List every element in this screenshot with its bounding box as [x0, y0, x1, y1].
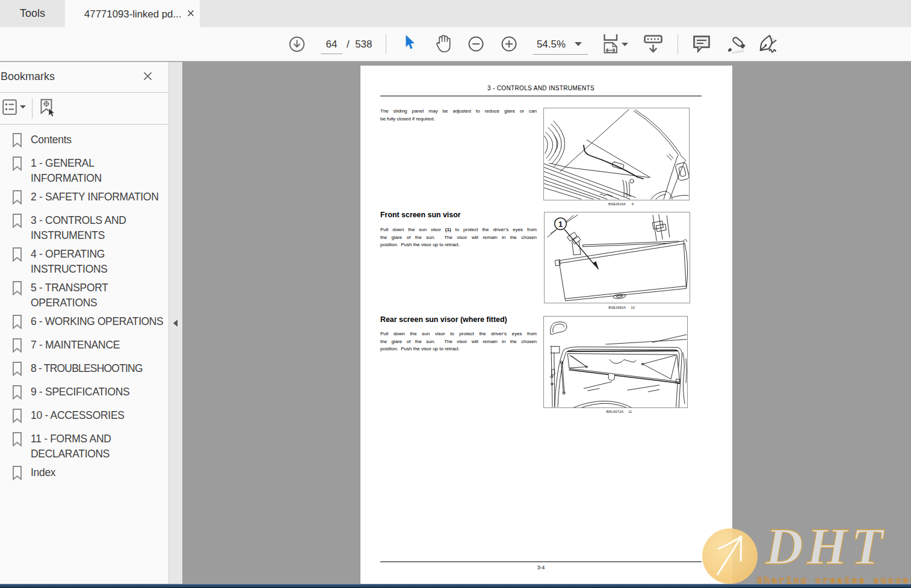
svg-text:1: 1	[558, 220, 563, 229]
